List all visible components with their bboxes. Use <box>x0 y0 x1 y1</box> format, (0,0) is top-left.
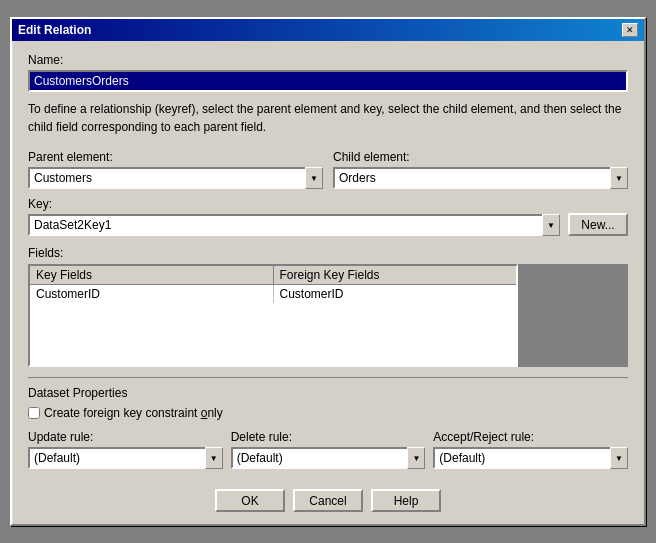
description-text: To define a relationship (keyref), selec… <box>28 100 628 136</box>
delete-rule-select[interactable]: (Default) <box>231 447 426 469</box>
accept-reject-rule-col: Accept/Reject rule: (Default) <box>433 430 628 469</box>
child-element-label: Child element: <box>333 150 628 164</box>
delete-rule-col: Delete rule: (Default) <box>231 430 426 469</box>
close-button[interactable]: ✕ <box>622 23 638 37</box>
fields-area: Key Fields Foreign Key Fields CustomerID… <box>28 264 628 367</box>
dataset-section-label: Dataset Properties <box>28 386 628 400</box>
key-select-wrapper: DataSet2Key1 <box>28 214 560 236</box>
ok-button[interactable]: OK <box>215 489 285 512</box>
new-button[interactable]: New... <box>568 213 628 236</box>
child-element-select[interactable]: Orders <box>333 167 628 189</box>
key-select[interactable]: DataSet2Key1 <box>28 214 560 236</box>
key-select-col: Key: DataSet2Key1 <box>28 197 560 236</box>
update-rule-col: Update rule: (Default) <box>28 430 223 469</box>
checkbox-label: Create foreign key constraint only <box>44 406 223 420</box>
key-label: Key: <box>28 197 560 211</box>
child-element-select-wrapper: Orders <box>333 167 628 189</box>
parent-element-select[interactable]: Customers <box>28 167 323 189</box>
dialog-body: Name: To define a relationship (keyref),… <box>12 41 644 524</box>
update-rule-select-wrapper: (Default) <box>28 447 223 469</box>
fields-main-area: Key Fields Foreign Key Fields CustomerID… <box>28 264 518 367</box>
cancel-button[interactable]: Cancel <box>293 489 363 512</box>
bottom-buttons: OK Cancel Help <box>28 483 628 512</box>
delete-rule-select-wrapper: (Default) <box>231 447 426 469</box>
foreign-key-header: Foreign Key Fields <box>274 266 517 284</box>
checkbox-row: Create foreign key constraint only <box>28 406 628 420</box>
accept-reject-select[interactable]: (Default) <box>433 447 628 469</box>
title-bar: Edit Relation ✕ <box>12 19 644 41</box>
name-input[interactable] <box>28 70 628 92</box>
key-field-cell: CustomerID <box>30 285 274 303</box>
dataset-section: Dataset Properties Create foreign key co… <box>28 377 628 469</box>
help-button[interactable]: Help <box>371 489 441 512</box>
delete-rule-label: Delete rule: <box>231 430 426 444</box>
update-rule-label: Update rule: <box>28 430 223 444</box>
fields-header: Key Fields Foreign Key Fields <box>30 266 516 285</box>
accept-reject-label: Accept/Reject rule: <box>433 430 628 444</box>
child-element-col: Child element: Orders <box>333 150 628 189</box>
parent-element-select-wrapper: Customers <box>28 167 323 189</box>
accept-reject-select-wrapper: (Default) <box>433 447 628 469</box>
update-rule-select[interactable]: (Default) <box>28 447 223 469</box>
dialog-title: Edit Relation <box>18 23 91 37</box>
parent-element-label: Parent element: <box>28 150 323 164</box>
foreign-key-constraint-checkbox[interactable] <box>28 407 40 419</box>
fields-side-panel <box>518 264 628 367</box>
fields-data-row: CustomerID CustomerID <box>30 285 516 303</box>
title-bar-controls: ✕ <box>622 23 638 37</box>
fields-body: CustomerID CustomerID <box>30 285 516 365</box>
name-field-row: Name: <box>28 53 628 92</box>
edit-relation-dialog: Edit Relation ✕ Name: To define a relati… <box>10 17 646 526</box>
foreign-key-cell: CustomerID <box>274 285 517 303</box>
parent-element-col: Parent element: Customers <box>28 150 323 189</box>
fields-label: Fields: <box>28 246 628 260</box>
element-row: Parent element: Customers Child element:… <box>28 150 628 189</box>
rules-row: Update rule: (Default) Delete rule: (Def… <box>28 430 628 469</box>
key-row: Key: DataSet2Key1 New... <box>28 197 628 236</box>
name-label: Name: <box>28 53 628 67</box>
key-fields-header: Key Fields <box>30 266 274 284</box>
